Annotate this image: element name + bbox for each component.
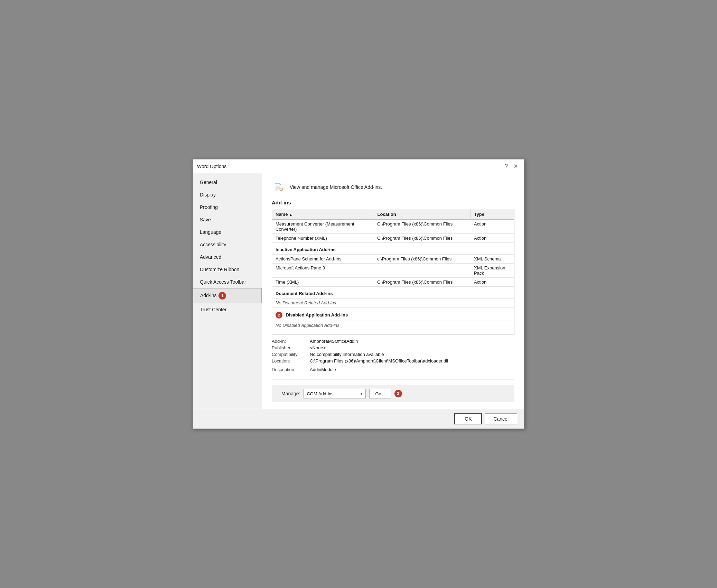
addin-value: AmphoraMSOfficeAddin — [310, 339, 358, 344]
table-row: ActionsPane Schema for Add-Ins c:\Progra… — [272, 255, 514, 264]
addins-table: Name ▲ Location Type Measurement Convert… — [272, 209, 514, 330]
sidebar-item-display[interactable]: Display — [193, 189, 262, 201]
table-row: Telephone Number (XML) C:\Program Files … — [272, 234, 514, 243]
col-location[interactable]: Location — [374, 209, 471, 220]
description-value: AddinModule — [310, 367, 336, 372]
section-header-disabled: 2 Disabled Application Add-ins — [272, 307, 514, 321]
location-value: C:\Program Files (x86)\Amphora\Client\MS… — [310, 358, 448, 364]
compatibility-label: Compatibility: — [272, 352, 310, 357]
main-content: GeneralDisplayProofingSaveLanguageAccess… — [193, 173, 524, 409]
table-row: Measurement Converter (Measurement Conve… — [272, 220, 514, 234]
addin-label: Add-in: — [272, 339, 310, 344]
sidebar-item-general[interactable]: General — [193, 176, 262, 189]
col-name[interactable]: Name ▲ — [272, 209, 374, 220]
compatibility-value: No compatibility information available — [310, 352, 384, 357]
manage-select[interactable]: COM Add-ins Word Add-ins Smart Tags XML … — [304, 389, 366, 398]
table-row: Microsoft Actions Pane 3 XML Expansion P… — [272, 264, 514, 278]
badge-2: 2 — [276, 312, 282, 319]
title-bar-controls: ? ✕ — [503, 162, 520, 170]
manage-label: Manage: — [281, 391, 300, 396]
detail-addin: Add-in: AmphoraMSOfficeAddin — [272, 339, 514, 344]
location-label: Location: — [272, 358, 310, 364]
detail-publisher: Publisher: <None> — [272, 345, 514, 350]
section-title: Add-ins — [272, 200, 514, 205]
col-type[interactable]: Type — [471, 209, 514, 220]
addins-table-container[interactable]: Name ▲ Location Type Measurement Convert… — [272, 209, 514, 334]
sidebar-item-trust-center[interactable]: Trust Center — [193, 303, 262, 316]
publisher-label: Publisher: — [272, 345, 310, 350]
addins-icon: 📄⚙ — [272, 180, 286, 194]
sidebar-item-save[interactable]: Save — [193, 213, 262, 226]
details-section: Add-in: AmphoraMSOfficeAddin Publisher: … — [272, 339, 514, 374]
sidebar-item-proofing[interactable]: Proofing — [193, 201, 262, 213]
badge-3: 3 — [394, 390, 402, 397]
title-bar: Word Options ? ✕ — [193, 159, 524, 173]
section-header-inactive: Inactive Application Add-ins — [272, 243, 514, 255]
table-row: Time (XML) C:\Program Files (x86)\Common… — [272, 278, 514, 287]
go-button[interactable]: Go... — [369, 389, 391, 398]
content-area: 📄⚙ View and manage Microsoft Office Add-… — [262, 173, 524, 409]
sidebar-item-add-ins[interactable]: Add-ins1 — [193, 288, 262, 303]
manage-bar: Manage: COM Add-ins Word Add-ins Smart T… — [272, 385, 514, 402]
dialog-title: Word Options — [197, 164, 226, 169]
manage-select-wrapper[interactable]: COM Add-ins Word Add-ins Smart Tags XML … — [304, 389, 366, 398]
word-options-dialog: Word Options ? ✕ GeneralDisplayProofingS… — [193, 159, 524, 429]
sidebar-item-customize-ribbon[interactable]: Customize Ribbon — [193, 263, 262, 276]
cancel-button[interactable]: Cancel — [485, 413, 517, 424]
sidebar-item-accessibility[interactable]: Accessibility — [193, 238, 262, 251]
content-header: 📄⚙ View and manage Microsoft Office Add-… — [272, 180, 514, 194]
dialog-title-area: Word Options — [197, 164, 226, 169]
sidebar-item-quick-access-toolbar[interactable]: Quick Access Toolbar — [193, 276, 262, 288]
divider — [272, 379, 514, 379]
help-button[interactable]: ? — [503, 162, 510, 170]
table-row-no-doc: No Document Related Add-ins — [272, 298, 514, 307]
sidebar-item-language[interactable]: Language — [193, 226, 262, 238]
table-row-no-disabled: No Disabled Application Add-ins — [272, 321, 514, 330]
sort-icon: ▲ — [289, 213, 292, 217]
ok-button[interactable]: OK — [454, 413, 482, 424]
publisher-value: <None> — [310, 345, 326, 350]
detail-location: Location: C:\Program Files (x86)\Amphora… — [272, 358, 514, 364]
detail-description: Description: AddinModule — [272, 367, 514, 372]
table-header-row: Name ▲ Location Type — [272, 209, 514, 220]
dialog-buttons: OK Cancel — [193, 409, 524, 429]
sidebar-item-advanced[interactable]: Advanced — [193, 251, 262, 263]
section-header-document: Document Related Add-ins — [272, 287, 514, 298]
close-button[interactable]: ✕ — [511, 162, 520, 170]
sidebar: GeneralDisplayProofingSaveLanguageAccess… — [193, 173, 262, 409]
description-label: Description: — [272, 367, 310, 372]
header-description: View and manage Microsoft Office Add-ins… — [290, 184, 382, 190]
detail-compatibility: Compatibility: No compatibility informat… — [272, 352, 514, 357]
